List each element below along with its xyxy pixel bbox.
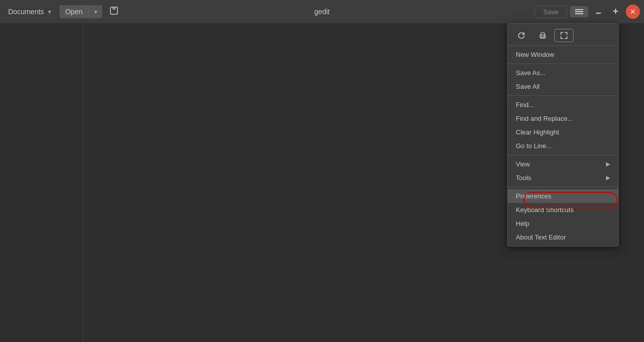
menu-item-preferences[interactable]: Preferences [508, 189, 618, 203]
menu-item-find[interactable]: Find... [508, 98, 618, 112]
svg-point-8 [544, 35, 545, 36]
open-dropdown-icon[interactable]: ▼ [89, 7, 102, 17]
open-button-group: Open ▼ [59, 5, 102, 18]
header-right: Save ✕ [535, 5, 640, 19]
hamburger-menu-button[interactable] [570, 6, 588, 17]
view-arrow-icon: ▶ [606, 161, 610, 167]
maximize-button[interactable] [609, 5, 623, 18]
separator-2 [508, 95, 618, 96]
dropdown-menu: New Window Save As... Save All Find... F… [507, 23, 619, 247]
app-title: gedit [314, 8, 329, 16]
open-button[interactable]: Open [59, 5, 89, 18]
titlebar: Documents ▼ Open ▼ gedit Save ✕ [0, 0, 644, 23]
save-button[interactable]: Save [535, 6, 567, 18]
documents-label: Documents [8, 8, 44, 16]
reload-icon-button[interactable] [512, 29, 531, 42]
close-button[interactable]: ✕ [626, 5, 640, 19]
menu-item-clear-highlight[interactable]: Clear Highlight [508, 125, 618, 139]
menu-item-tools[interactable]: Tools ▶ [508, 171, 618, 185]
menu-item-find-replace[interactable]: Find and Replace... [508, 112, 618, 125]
menu-item-help[interactable]: Help [508, 217, 618, 230]
separator-1 [508, 63, 618, 64]
print-icon-button[interactable] [533, 29, 552, 42]
menu-item-view[interactable]: View ▶ [508, 157, 618, 171]
documents-arrow-icon: ▼ [47, 9, 52, 15]
tools-arrow-icon: ▶ [606, 175, 610, 181]
menu-item-keyboard-shortcuts[interactable]: Keyboard Shortcuts [508, 203, 618, 217]
minimize-button[interactable] [591, 5, 605, 18]
menu-item-go-to-line[interactable]: Go to Line... [508, 139, 618, 153]
separator-4 [508, 187, 618, 187]
svg-rect-7 [541, 36, 544, 38]
menu-item-about[interactable]: About Text Editor [508, 230, 618, 244]
fullscreen-icon-button[interactable] [554, 29, 574, 42]
sidebar [0, 23, 84, 342]
menu-toolbar [508, 26, 618, 46]
svg-rect-6 [541, 32, 544, 35]
svg-rect-1 [113, 7, 115, 9]
menu-item-save-all[interactable]: Save All [508, 80, 618, 93]
documents-button[interactable]: Documents ▼ [4, 6, 56, 18]
menu-item-new-window[interactable]: New Window [508, 48, 618, 61]
new-tab-button[interactable] [105, 4, 123, 20]
menu-item-save-as[interactable]: Save As... [508, 66, 618, 80]
separator-3 [508, 155, 618, 155]
